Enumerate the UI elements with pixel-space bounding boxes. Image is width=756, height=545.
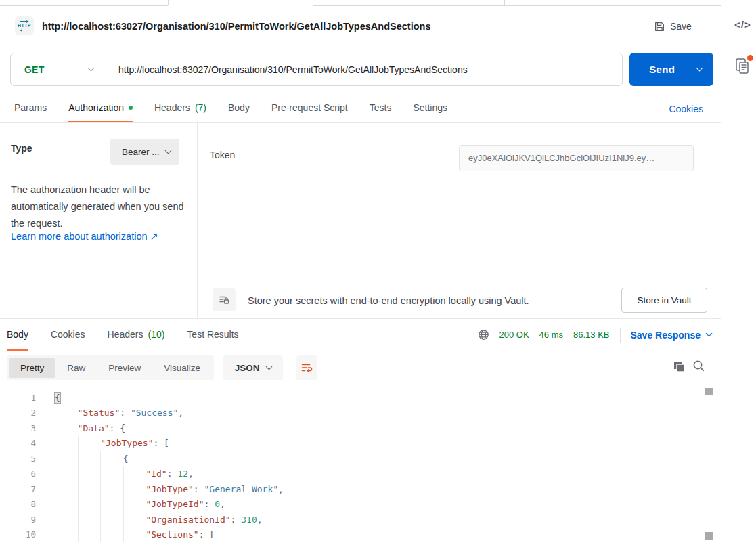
- indent-guide: [55, 420, 78, 436]
- json-token-key: "Status": [78, 408, 120, 418]
- status-badge[interactable]: 200 OK: [499, 330, 529, 340]
- request-tab-tests[interactable]: Tests: [370, 95, 392, 122]
- url-input[interactable]: [106, 53, 622, 85]
- json-token-str: "Success": [131, 408, 178, 418]
- vault-banner-divider: [197, 284, 721, 284]
- indent-guide: [100, 451, 123, 466]
- indent-guide: [78, 527, 101, 543]
- wrap-text-button[interactable]: [296, 355, 317, 380]
- send-button[interactable]: Send: [629, 53, 713, 86]
- chevron-down-icon: [706, 330, 713, 337]
- context-sidebar: </>: [721, 0, 756, 545]
- response-tab-cookies[interactable]: Cookies: [51, 319, 85, 351]
- chevron-down-icon[interactable]: [696, 65, 703, 72]
- json-token-key: "JobTypes": [100, 438, 153, 448]
- json-token-key: "JobTypeId": [146, 499, 204, 509]
- indent-guide: [55, 436, 78, 452]
- code-line: 9"OrganisationId": 310,: [0, 512, 704, 527]
- method-selector[interactable]: GET: [11, 53, 106, 85]
- view-mode-raw[interactable]: Raw: [55, 358, 97, 378]
- line-number: 10: [0, 529, 36, 540]
- indent-guide: [55, 466, 78, 482]
- request-tab-authorization[interactable]: Authorization: [68, 95, 133, 122]
- code-content: "Id": 12,: [55, 466, 194, 482]
- code-content: "Status": "Success",: [55, 406, 183, 421]
- tab-label: Body: [228, 102, 250, 113]
- response-tab-body[interactable]: Body: [7, 319, 28, 351]
- wrap-text-icon: [301, 363, 313, 373]
- chevron-down-icon: [88, 65, 95, 72]
- code-content: "JobType": "General Work",: [55, 481, 284, 497]
- auth-type-label: Type: [11, 143, 32, 154]
- tab-label: Cookies: [51, 329, 85, 340]
- scrollbar-thumb[interactable]: [705, 388, 713, 395]
- vault-banner-text: Store your secrets with end-to-end encry…: [248, 295, 529, 306]
- code-content: "Sections": [: [55, 527, 215, 543]
- documentation-icon[interactable]: [735, 58, 750, 78]
- send-button-label: Send: [649, 64, 675, 76]
- view-mode-visualize[interactable]: Visualize: [152, 358, 212, 378]
- json-token-punc: :: [167, 468, 178, 479]
- json-token-key: "Sections": [146, 529, 198, 540]
- tab-label: Test Results: [187, 329, 238, 340]
- json-token-punc: :: [120, 408, 131, 418]
- view-mode-preview[interactable]: Preview: [97, 358, 152, 378]
- view-mode-pretty[interactable]: Pretty: [9, 358, 55, 378]
- line-number: 3: [0, 423, 36, 433]
- code-line: 6"Id": 12,: [0, 466, 704, 482]
- scrollbar-track[interactable]: [709, 386, 709, 545]
- token-input[interactable]: eyJ0eXAiOiJKV1QiLCJhbGciOiJIUzI1NiJ9.ey…: [459, 145, 694, 171]
- chevron-down-icon: [266, 364, 273, 370]
- response-time[interactable]: 46 ms: [539, 330, 563, 340]
- scrollbar-thumb[interactable]: [705, 532, 713, 540]
- request-tab-body[interactable]: Body: [228, 95, 250, 122]
- notification-dot: [747, 55, 753, 61]
- code-line: 2"Status": "Success",: [0, 406, 704, 421]
- unsaved-changes-dot: [129, 106, 133, 110]
- copy-button[interactable]: [672, 359, 686, 376]
- save-button-label: Save: [670, 21, 692, 32]
- response-tab-headers[interactable]: Headers(10): [108, 319, 165, 351]
- store-in-vault-button[interactable]: Store in Vault: [621, 288, 707, 313]
- request-title: http://localhost:63027/Organisation/310/…: [42, 21, 430, 32]
- format-selector[interactable]: JSON: [223, 355, 283, 380]
- indent-guide: [123, 527, 146, 543]
- indent-guide: [78, 497, 101, 513]
- response-size[interactable]: 86.13 KB: [573, 330, 610, 340]
- json-token-punc: :: [194, 484, 204, 494]
- json-token-key: "Id": [146, 468, 166, 479]
- search-icon: [692, 359, 705, 372]
- request-tab-pre-request-script[interactable]: Pre-request Script: [271, 95, 348, 122]
- response-tab-test-results[interactable]: Test Results: [187, 319, 238, 351]
- json-token-punc: ,: [257, 515, 263, 525]
- request-tab-settings[interactable]: Settings: [413, 95, 447, 122]
- search-button[interactable]: [692, 359, 705, 375]
- indent-guide: [55, 497, 78, 513]
- code-line: 4"JobTypes": [: [0, 436, 704, 452]
- auth-type-selector[interactable]: Bearer ...: [110, 139, 179, 165]
- tab-separator: [504, 0, 505, 5]
- save-response-button[interactable]: Save Response: [631, 330, 712, 341]
- indent-guide: [123, 481, 146, 497]
- http-method-icon: HTTP: [15, 16, 34, 35]
- save-button[interactable]: Save: [654, 18, 692, 35]
- indent-guide: [123, 497, 146, 513]
- request-tabs: ParamsAuthorizationHeaders(7)BodyPre-req…: [0, 95, 721, 123]
- code-line: 1{: [0, 390, 704, 406]
- tab-label: Pre-request Script: [271, 102, 348, 113]
- code-snippet-icon[interactable]: </>: [734, 19, 751, 30]
- learn-more-link[interactable]: Learn more about authorization ↗: [11, 231, 158, 242]
- token-label: Token: [210, 150, 235, 160]
- auth-help-text: The authorization header will be automat…: [11, 181, 184, 232]
- cookies-link[interactable]: Cookies: [669, 95, 703, 123]
- indent-guide: [100, 497, 123, 513]
- indent-guide: [55, 481, 78, 497]
- external-link-arrow-icon: ↗: [150, 231, 158, 242]
- code-line: 7"JobType": "General Work",: [0, 481, 704, 497]
- response-body-code[interactable]: 1{2"Status": "Success",3"Data": {4"JobTy…: [0, 390, 704, 542]
- request-tab-params[interactable]: Params: [14, 95, 47, 122]
- request-tab-headers[interactable]: Headers(7): [154, 95, 206, 122]
- json-token-str: "General Work": [204, 484, 278, 494]
- code-line: 10"Sections": [: [0, 527, 704, 543]
- indent-guide: [55, 527, 78, 543]
